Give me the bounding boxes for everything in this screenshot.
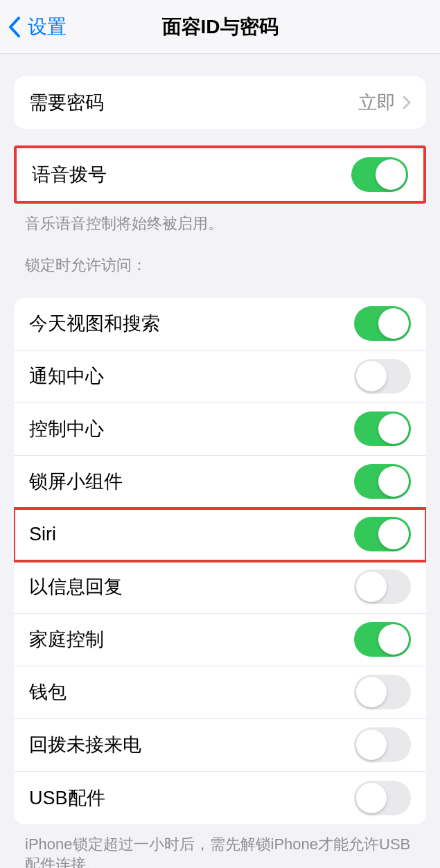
lock-access-row: Siri <box>14 508 426 561</box>
page-title: 面容ID与密码 <box>162 14 279 40</box>
voice-dial-group: 语音拨号 <box>17 148 423 201</box>
lock-access-item-label: 今天视图和搜索 <box>29 311 160 336</box>
lock-access-row: 通知中心 <box>14 351 426 403</box>
lock-access-row: 回拨未接来电 <box>14 719 426 772</box>
lock-access-toggle[interactable] <box>354 306 411 341</box>
require-passcode-label: 需要密码 <box>29 90 104 115</box>
lock-access-item-label: Siri <box>29 524 56 545</box>
lock-access-item-label: 以信息回复 <box>29 574 123 599</box>
lock-access-toggle[interactable] <box>354 569 411 604</box>
lock-access-footer: iPhone锁定超过一小时后，需先解锁iPhone才能允许USB配件连接。 <box>0 824 440 868</box>
lock-access-toggle[interactable] <box>354 781 411 815</box>
voice-dial-highlight: 语音拨号 <box>14 145 426 204</box>
lock-access-item-label: 家庭控制 <box>29 627 104 652</box>
lock-access-toggle[interactable] <box>354 675 411 709</box>
voice-dial-footer: 音乐语音控制将始终被启用。 <box>0 204 440 234</box>
lock-access-row: USB配件 <box>14 772 426 824</box>
back-label: 设置 <box>28 14 67 40</box>
lock-access-header: 锁定时允许访问： <box>0 234 440 281</box>
chevron-right-icon <box>403 96 411 109</box>
voice-dial-toggle[interactable] <box>351 157 408 192</box>
voice-dial-row: 语音拨号 <box>17 148 423 201</box>
chevron-left-icon <box>8 17 21 37</box>
lock-access-row: 锁屏小组件 <box>14 456 426 508</box>
require-passcode-row[interactable]: 需要密码 立即 <box>14 76 426 129</box>
lock-access-item-label: USB配件 <box>29 786 105 811</box>
navbar: 设置 面容ID与密码 <box>0 0 440 54</box>
lock-access-item-label: 回拨未接来电 <box>29 732 141 757</box>
lock-access-toggle[interactable] <box>354 727 411 762</box>
lock-access-toggle[interactable] <box>354 517 411 551</box>
lock-access-row: 以信息回复 <box>14 561 426 614</box>
lock-access-toggle[interactable] <box>354 464 411 499</box>
lock-access-item-label: 控制中心 <box>29 416 104 441</box>
voice-dial-label: 语音拨号 <box>32 162 107 187</box>
content: 需要密码 立即 语音拨号 音乐语音控制将始终被启用。 锁定时允许访问： 今天视图… <box>0 76 440 868</box>
back-button[interactable]: 设置 <box>8 14 67 40</box>
lock-access-toggle[interactable] <box>354 411 411 446</box>
lock-access-toggle[interactable] <box>354 359 411 393</box>
lock-access-item-label: 通知中心 <box>29 364 104 389</box>
lock-access-item-label: 锁屏小组件 <box>29 469 123 494</box>
require-passcode-group: 需要密码 立即 <box>14 76 426 129</box>
lock-access-toggle[interactable] <box>354 622 411 657</box>
lock-access-row: 今天视图和搜索 <box>14 298 426 351</box>
lock-access-row: 家庭控制 <box>14 614 426 666</box>
require-passcode-value: 立即 <box>358 90 411 115</box>
lock-access-item-label: 钱包 <box>29 680 67 705</box>
lock-access-row: 控制中心 <box>14 403 426 456</box>
lock-access-group: 今天视图和搜索通知中心控制中心锁屏小组件Siri以信息回复家庭控制钱包回拨未接来… <box>14 298 426 824</box>
lock-access-row: 钱包 <box>14 666 426 719</box>
